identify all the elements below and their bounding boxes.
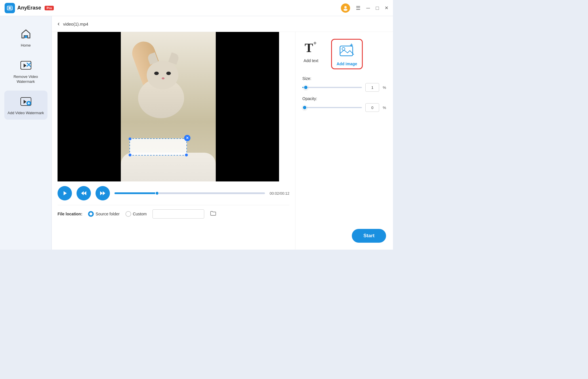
custom-path-input[interactable] bbox=[152, 209, 204, 219]
size-value: 1 bbox=[371, 85, 373, 90]
remove-watermark-button[interactable]: ✕ bbox=[184, 135, 190, 141]
svg-point-4 bbox=[344, 6, 347, 8]
sidebar-item-remove-watermark[interactable]: Remove Video Watermark bbox=[4, 54, 47, 88]
add-image-label: Add image bbox=[337, 62, 357, 66]
opacity-slider-track[interactable] bbox=[302, 107, 362, 108]
size-slider-control: 1 % bbox=[302, 83, 386, 92]
sidebar: Home Remove Video Watermark bbox=[0, 16, 52, 250]
add-text-label: Add text bbox=[303, 58, 318, 63]
custom-option[interactable]: Custom bbox=[125, 211, 147, 217]
opacity-percent: % bbox=[383, 106, 386, 110]
radio-inner bbox=[89, 213, 92, 215]
menu-button[interactable]: ☰ bbox=[356, 5, 360, 11]
svg-marker-14 bbox=[81, 191, 84, 195]
titlebar: AnyErase Pro ☰ ─ □ ✕ bbox=[0, 0, 393, 16]
rewind-button[interactable] bbox=[77, 186, 91, 200]
video-black-left bbox=[58, 32, 121, 181]
svg-marker-15 bbox=[84, 191, 86, 195]
right-panel: T + Add text + bbox=[295, 32, 393, 250]
svg-text:+: + bbox=[350, 43, 353, 48]
resize-handle-bl[interactable] bbox=[129, 154, 131, 156]
folder-browse-button[interactable] bbox=[210, 210, 216, 218]
maximize-button[interactable]: □ bbox=[376, 5, 379, 11]
progress-thumb[interactable] bbox=[155, 191, 159, 195]
file-header: ‹ video(1).mp4 bbox=[52, 16, 393, 32]
opacity-slider-row: Opacity: 0 % bbox=[302, 96, 386, 112]
start-button-wrap: Start bbox=[352, 229, 386, 243]
svg-marker-8 bbox=[24, 64, 26, 68]
slider-section: Size: 1 % bbox=[302, 76, 386, 112]
add-text-tool[interactable]: T + Add text bbox=[302, 39, 320, 63]
time-display: 00:02/00:12 bbox=[270, 191, 289, 196]
sidebar-item-remove-watermark-label: Remove Video Watermark bbox=[7, 74, 45, 84]
svg-marker-17 bbox=[103, 191, 105, 195]
watermark-selection-box[interactable]: ✕ bbox=[129, 138, 187, 156]
custom-label: Custom bbox=[133, 212, 147, 216]
opacity-value: 0 bbox=[371, 106, 373, 110]
resize-handle-tl[interactable] bbox=[129, 137, 131, 140]
svg-text:T: T bbox=[305, 41, 313, 55]
play-button[interactable] bbox=[58, 186, 72, 200]
add-watermark-icon bbox=[19, 95, 33, 108]
source-folder-label: Source folder bbox=[96, 212, 119, 216]
size-value-box: 1 bbox=[365, 83, 379, 92]
opacity-label: Opacity: bbox=[302, 96, 386, 101]
sidebar-item-add-watermark[interactable]: Add Video Watermark bbox=[4, 91, 47, 120]
size-label: Size: bbox=[302, 76, 386, 81]
opacity-value-box: 0 bbox=[365, 103, 379, 112]
svg-marker-13 bbox=[64, 191, 67, 195]
svg-rect-3 bbox=[11, 5, 12, 7]
video-player[interactable]: ✕ bbox=[58, 32, 279, 181]
size-percent: % bbox=[383, 85, 386, 90]
video-section: ✕ bbox=[52, 32, 295, 250]
add-tools-row: T + Add text + bbox=[302, 39, 386, 69]
file-name: video(1).mp4 bbox=[63, 22, 88, 26]
size-slider-track[interactable] bbox=[302, 87, 362, 88]
svg-point-5 bbox=[343, 9, 348, 11]
opacity-slider-control: 0 % bbox=[302, 103, 386, 112]
titlebar-controls: ☰ ─ □ ✕ bbox=[341, 3, 388, 13]
user-avatar[interactable] bbox=[341, 3, 350, 13]
add-text-icon: T + bbox=[302, 39, 320, 56]
app-logo: AnyErase Pro bbox=[5, 3, 54, 13]
svg-text:+: + bbox=[313, 40, 317, 46]
video-content: ✕ bbox=[121, 32, 216, 181]
sidebar-item-add-watermark-label: Add Video Watermark bbox=[7, 111, 44, 116]
app-name: AnyErase bbox=[17, 5, 41, 11]
video-controls: 00:02/00:12 bbox=[58, 181, 289, 205]
minimize-button[interactable]: ─ bbox=[366, 5, 370, 11]
back-button[interactable]: ‹ bbox=[58, 20, 60, 28]
opacity-slider-thumb[interactable] bbox=[302, 105, 307, 110]
progress-bar[interactable] bbox=[114, 192, 265, 194]
progress-fill bbox=[114, 192, 157, 194]
custom-radio[interactable] bbox=[125, 211, 131, 217]
svg-marker-16 bbox=[100, 191, 103, 195]
size-slider-thumb[interactable] bbox=[303, 85, 308, 90]
start-button[interactable]: Start bbox=[352, 229, 386, 243]
add-image-icon: + bbox=[338, 42, 356, 59]
source-folder-option[interactable]: Source folder bbox=[88, 211, 119, 217]
svg-rect-6 bbox=[25, 36, 27, 38]
add-image-tool[interactable]: + Add image bbox=[331, 39, 363, 69]
home-icon bbox=[19, 27, 33, 41]
video-black-right bbox=[216, 32, 279, 181]
main-layout: Home Remove Video Watermark bbox=[0, 16, 393, 250]
sidebar-item-home-label: Home bbox=[21, 43, 31, 48]
file-location-bar: File location: Source folder Custom bbox=[58, 205, 289, 223]
svg-marker-11 bbox=[24, 100, 26, 104]
svg-point-21 bbox=[342, 47, 345, 50]
svg-point-2 bbox=[9, 7, 10, 9]
video-panel-row: ✕ bbox=[52, 32, 393, 250]
content-area: ‹ video(1).mp4 bbox=[52, 16, 393, 250]
remove-watermark-icon bbox=[19, 58, 33, 72]
resize-handle-br[interactable] bbox=[185, 154, 188, 156]
source-folder-radio[interactable] bbox=[88, 211, 94, 217]
file-location-label: File location: bbox=[58, 212, 82, 216]
logo-icon bbox=[5, 3, 15, 13]
sidebar-item-home[interactable]: Home bbox=[4, 23, 47, 52]
fast-forward-button[interactable] bbox=[96, 186, 110, 200]
pro-badge: Pro bbox=[45, 6, 54, 10]
size-slider-row: Size: 1 % bbox=[302, 76, 386, 92]
close-button[interactable]: ✕ bbox=[385, 6, 388, 10]
